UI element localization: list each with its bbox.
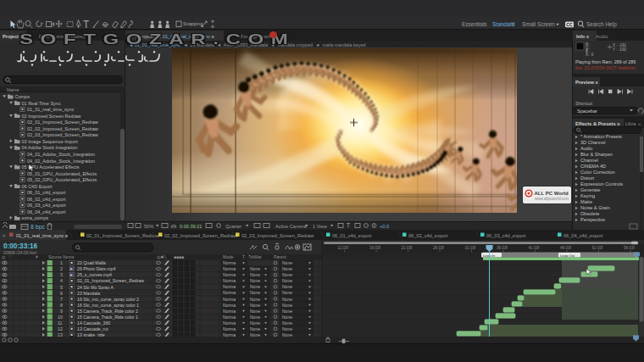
svg-text:Comps: Comps <box>15 94 31 99</box>
svg-text:Playing from Ram: 289 of 289: Playing from Ram: 289 of 289 <box>575 59 636 64</box>
svg-text:Perspective: Perspective <box>580 217 605 222</box>
svg-text:01_01_real_time_sync: 01_01_real_time_sync <box>27 107 75 112</box>
svg-text:02_01_Improved_Screen_Redraw: 02_01_Improved_Screen_Redraw <box>86 233 159 238</box>
svg-text:7: 7 <box>60 297 63 302</box>
svg-text:Expression Controls: Expression Controls <box>580 181 623 187</box>
svg-text:T: T <box>242 254 245 259</box>
svg-text:9: 9 <box>60 309 63 314</box>
svg-text:24 Slo Mo Spray A: 24 Slo Mo Spray A <box>77 285 114 290</box>
svg-text:None: None <box>250 297 260 302</box>
svg-text:1: 1 <box>60 260 63 265</box>
svg-text:None: None <box>250 284 260 289</box>
svg-text:26 Photo Slats.mp4: 26 Photo Slats.mp4 <box>77 266 115 271</box>
svg-text:✕: ✕ <box>510 20 515 28</box>
svg-text:06_03_c4d_export: 06_03_c4d_export <box>27 203 66 208</box>
svg-text:Loop Out: Loop Out <box>560 253 575 258</box>
svg-text:Obsolete: Obsolete <box>580 211 599 216</box>
svg-text:None: None <box>282 278 292 283</box>
svg-text:CC: CC <box>566 22 573 27</box>
svg-text:Blur & Sharpen: Blur & Sharpen <box>580 152 613 157</box>
svg-text:3: 3 <box>60 272 63 277</box>
svg-text:Norma: Norma <box>223 278 236 283</box>
svg-text:Norma: Norma <box>223 303 236 308</box>
svg-text:46:03f: 46:03f <box>560 246 571 250</box>
svg-text:None: None <box>282 284 292 289</box>
svg-text:TrkMat: TrkMat <box>248 254 262 259</box>
svg-text:21:03f: 21:03f <box>402 246 413 250</box>
svg-text:1 View: 1 View <box>313 224 328 229</box>
svg-text:None: None <box>282 309 292 314</box>
svg-text:03 Image Sequence Import: 03 Image Sequence Import <box>22 139 79 144</box>
svg-text:Color Correction: Color Correction <box>580 170 615 175</box>
svg-text:CINEMA 4D: CINEMA 4D <box>580 164 606 169</box>
svg-text:Preview ≡: Preview ≡ <box>575 80 599 85</box>
svg-text:extra_comps: extra_comps <box>22 215 49 220</box>
svg-text:01 Real Time Sync: 01 Real Time Sync <box>22 101 61 106</box>
svg-text:None: None <box>282 260 292 265</box>
svg-text:26:03f: 26:03f <box>433 246 444 250</box>
svg-text:fps: 23.270/24 (NOT realtime): fps: 23.270/24 (NOT realtime) <box>575 65 636 70</box>
svg-text:Noise & Grain: Noise & Grain <box>580 205 610 210</box>
svg-text:10: 10 <box>58 315 63 320</box>
svg-text:16:03f: 16:03f <box>369 246 380 250</box>
svg-text:Norma: Norma <box>223 326 236 331</box>
svg-text:06_01_c4d_export: 06_01_c4d_export <box>332 233 372 238</box>
svg-text:None: None <box>250 278 260 283</box>
svg-text:A : 0: A : 0 <box>586 53 594 57</box>
svg-text:Matte: Matte <box>580 199 592 204</box>
svg-text:04_01_Adobe_Stock_Integration: 04_01_Adobe_Stock_Integration <box>27 152 95 157</box>
svg-text:04_02_Adobe_Stock_Integration: 04_02_Adobe_Stock_Integration <box>27 159 95 164</box>
svg-text:Shortcut: Shortcut <box>575 101 593 106</box>
svg-text:Norma: Norma <box>223 315 236 320</box>
svg-text:5: 5 <box>60 285 63 290</box>
svg-text:Norma: Norma <box>223 297 236 302</box>
svg-text:11:03f: 11:03f <box>338 246 349 250</box>
svg-text:22 Quad Malla: 22 Quad Malla <box>77 260 106 265</box>
svg-text:02 Improved Screen Redraw: 02 Improved Screen Redraw <box>22 114 81 119</box>
svg-text:None: None <box>282 303 292 308</box>
svg-text:06_04_c4d_export: 06_04_c4d_export <box>27 209 66 214</box>
svg-text:◎✺╲: ◎✺╲ <box>157 254 168 260</box>
svg-text:51:03f: 51:03f <box>592 246 603 250</box>
svg-text:Effects & Presets ≡: Effects & Presets ≡ <box>575 121 620 126</box>
svg-text:15 Camera_Track_Ride color 2: 15 Camera_Track_Ride color 2 <box>77 309 138 314</box>
svg-text:02_02_Improved_Screen_Redraw: 02_02_Improved_Screen_Redraw <box>164 233 237 238</box>
svg-text:05_02_GPU_Accelerated_Effects: 05_02_GPU_Accelerated_Effects <box>27 177 97 182</box>
svg-text:Search Help: Search Help <box>586 21 617 28</box>
svg-text:02_01_Improved_Screen_Redraw: 02_01_Improved_Screen_Redraw <box>77 278 144 283</box>
svg-text:06 C4D Export: 06 C4D Export <box>22 184 53 189</box>
svg-text:04 Adobe Stock Integration: 04 Adobe Stock Integration <box>22 145 78 150</box>
svg-text:Norma: Norma <box>223 260 236 265</box>
svg-text:Y : -192: Y : -192 <box>613 47 626 52</box>
svg-text:02_03_Improved_Screen_Redraw: 02_03_Improved_Screen_Redraw <box>242 233 314 238</box>
svg-text:www.allpcworld.com: www.allpcworld.com <box>535 197 569 201</box>
svg-text:0:00:39:21: 0:00:39:21 <box>180 224 202 229</box>
svg-text:Channel: Channel <box>580 158 598 163</box>
svg-text:6: 6 <box>60 291 63 296</box>
svg-text:Keying: Keying <box>580 193 595 198</box>
svg-text:3D Channel: 3D Channel <box>580 140 606 145</box>
svg-text:Source Name: Source Name <box>48 254 75 259</box>
svg-text:Norma: Norma <box>223 309 236 314</box>
svg-text:02_02_Improved_Screen_Redraw: 02_02_Improved_Screen_Redraw <box>27 126 98 131</box>
svg-text:23 Mandala: 23 Mandala <box>77 291 100 296</box>
svg-text:16 Slo_mo_curve_spray color 2: 16 Slo_mo_curve_spray color 2 <box>77 297 139 302</box>
svg-text:None: None <box>250 315 260 320</box>
svg-text:None: None <box>250 266 260 271</box>
svg-text:Quarter: Quarter <box>225 224 242 229</box>
svg-text:56:03f: 56:03f <box>624 246 635 250</box>
svg-text:05_01_GPU_Accelerated_Effects: 05_01_GPU_Accelerated_Effects <box>27 171 97 176</box>
svg-text:14 Cascade_360: 14 Cascade_360 <box>77 320 110 326</box>
svg-text:■■■■: ■■■■ <box>174 254 184 259</box>
svg-text:50%: 50% <box>144 224 153 229</box>
svg-text:+0.0: +0.0 <box>380 224 389 229</box>
svg-text:06_03_c4d_export: 06_03_c4d_export <box>486 233 526 238</box>
svg-text:8: 8 <box>60 303 63 308</box>
svg-text:2: 2 <box>60 266 63 271</box>
svg-text:Norma: Norma <box>223 284 236 289</box>
svg-text:11: 11 <box>58 320 62 326</box>
svg-text:None: None <box>282 290 292 295</box>
svg-text:41:03f: 41:03f <box>529 246 540 250</box>
svg-text:×: × <box>3 233 5 238</box>
svg-text:None: None <box>282 297 292 302</box>
